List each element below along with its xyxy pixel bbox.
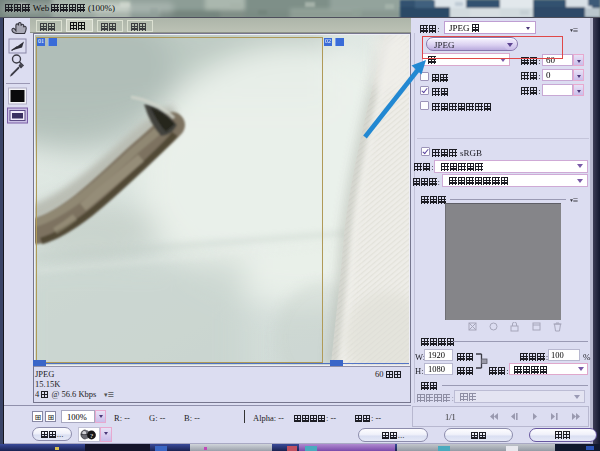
svg-text:?: ?: [90, 431, 93, 439]
